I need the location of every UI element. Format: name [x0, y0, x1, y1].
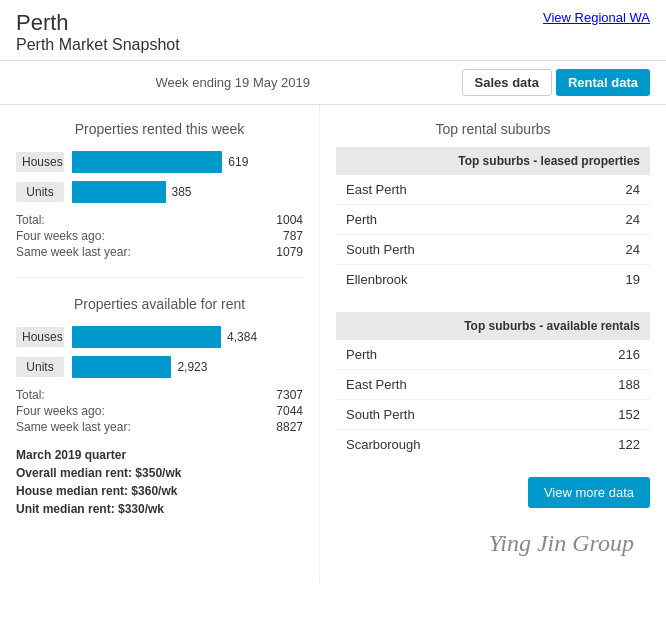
houses-rented-bar — [72, 151, 222, 173]
top-available-table: Top suburbs - available rentals Perth 21… — [336, 312, 650, 459]
rented-stats: Total: 1004 Four weeks ago: 787 Same wee… — [16, 213, 303, 259]
median-section: March 2019 quarter Overall median rent: … — [16, 448, 303, 516]
available-lastyear-label: Same week last year: — [16, 420, 276, 434]
page-subtitle: Perth Market Snapshot — [16, 36, 180, 54]
median-house: House median rent: $360/wk — [16, 484, 303, 498]
suburb-cell: South Perth — [336, 400, 554, 430]
units-rented-label: Units — [16, 182, 64, 202]
watermark-text: Ying Jin Group — [489, 530, 634, 556]
top-rental-title: Top rental suburbs — [336, 121, 650, 137]
rental-data-button[interactable]: Rental data — [556, 69, 650, 96]
suburb-cell: East Perth — [336, 175, 562, 205]
units-available-value: 2,923 — [177, 360, 207, 374]
suburb-cell: Ellenbrook — [336, 265, 562, 295]
units-rented-bar-container: 385 — [72, 181, 303, 203]
units-rented-value: 385 — [172, 185, 192, 199]
table-row: Perth 216 — [336, 340, 650, 370]
rented-lastyear-label: Same week last year: — [16, 245, 276, 259]
rented-fourweeks-label: Four weeks ago: — [16, 229, 276, 243]
table-row: Ellenbrook 19 — [336, 265, 650, 295]
median-overall: Overall median rent: $350/wk — [16, 466, 303, 480]
houses-available-bar — [72, 326, 221, 348]
top-leased-header: Top suburbs - leased properties — [336, 147, 650, 175]
rented-lastyear-value: 1079 — [276, 245, 303, 259]
median-unit: Unit median rent: $330/wk — [16, 502, 303, 516]
subheader: Week ending 19 May 2019 Sales data Renta… — [0, 61, 666, 105]
suburb-cell: Scarborough — [336, 430, 554, 460]
count-cell: 188 — [554, 370, 650, 400]
top-leased-table: Top suburbs - leased properties East Per… — [336, 147, 650, 294]
header: Perth Perth Market Snapshot View Regiona… — [0, 0, 666, 61]
units-available-bar — [72, 356, 171, 378]
table-row: East Perth 188 — [336, 370, 650, 400]
count-cell: 24 — [562, 235, 650, 265]
week-label: Week ending 19 May 2019 — [16, 75, 450, 90]
bottom-row: View more data — [336, 477, 650, 508]
houses-available-value: 4,384 — [227, 330, 257, 344]
table-row: Perth 24 — [336, 205, 650, 235]
available-lastyear-value: 8827 — [276, 420, 303, 434]
left-panel: Properties rented this week Houses 619 U… — [0, 105, 320, 583]
suburb-cell: South Perth — [336, 235, 562, 265]
houses-rented-bar-container: 619 — [72, 151, 303, 173]
available-stats: Total: 7307 Four weeks ago: 7044 Same we… — [16, 388, 303, 434]
houses-rented-label: Houses — [16, 152, 64, 172]
suburb-cell: Perth — [336, 205, 562, 235]
houses-available-bar-row: Houses 4,384 — [16, 326, 303, 348]
right-panel: Top rental suburbs Top suburbs - leased … — [320, 105, 666, 583]
rented-total-value: 1004 — [276, 213, 303, 227]
units-rented-bar — [72, 181, 166, 203]
count-cell: 19 — [562, 265, 650, 295]
count-cell: 216 — [554, 340, 650, 370]
units-available-bar-container: 2,923 — [72, 356, 303, 378]
table-row: South Perth 152 — [336, 400, 650, 430]
suburb-cell: East Perth — [336, 370, 554, 400]
houses-available-bar-container: 4,384 — [72, 326, 303, 348]
rented-total-label: Total: — [16, 213, 276, 227]
suburb-cell: Perth — [336, 340, 554, 370]
count-cell: 24 — [562, 175, 650, 205]
houses-rented-value: 619 — [228, 155, 248, 169]
count-cell: 122 — [554, 430, 650, 460]
units-available-bar-row: Units 2,923 — [16, 356, 303, 378]
units-available-label: Units — [16, 357, 64, 377]
houses-rented-bar-row: Houses 619 — [16, 151, 303, 173]
available-total-value: 7307 — [276, 388, 303, 402]
houses-available-label: Houses — [16, 327, 64, 347]
count-cell: 24 — [562, 205, 650, 235]
sales-data-button[interactable]: Sales data — [462, 69, 552, 96]
median-quarter: March 2019 quarter — [16, 448, 303, 462]
city-title: Perth — [16, 10, 180, 36]
available-total-label: Total: — [16, 388, 276, 402]
units-rented-bar-row: Units 385 — [16, 181, 303, 203]
table-row: South Perth 24 — [336, 235, 650, 265]
table-row: Scarborough 122 — [336, 430, 650, 460]
count-cell: 152 — [554, 400, 650, 430]
available-fourweeks-label: Four weeks ago: — [16, 404, 276, 418]
rented-section-title: Properties rented this week — [16, 121, 303, 137]
top-available-header: Top suburbs - available rentals — [336, 312, 650, 340]
watermark: Ying Jin Group — [336, 520, 650, 567]
available-section: Properties available for rent Houses 4,3… — [16, 296, 303, 434]
available-section-title: Properties available for rent — [16, 296, 303, 312]
view-regional-link[interactable]: View Regional WA — [543, 10, 650, 25]
rented-fourweeks-value: 787 — [276, 229, 303, 243]
available-fourweeks-value: 7044 — [276, 404, 303, 418]
rented-section: Properties rented this week Houses 619 U… — [16, 121, 303, 259]
view-more-button[interactable]: View more data — [528, 477, 650, 508]
table-row: East Perth 24 — [336, 175, 650, 205]
